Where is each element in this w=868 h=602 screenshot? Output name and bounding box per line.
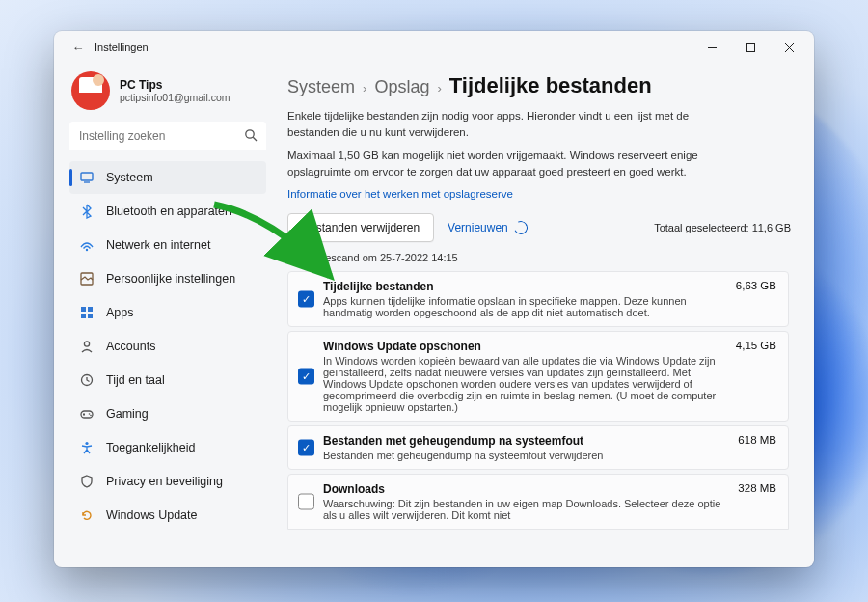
temp-file-item[interactable]: Downloads328 MBWaarschuwing: Dit zijn be… — [287, 474, 789, 530]
profile-block[interactable]: PC Tips pctipsinfo01@gmail.com — [69, 68, 266, 120]
breadcrumb-current: Tijdelijke bestanden — [449, 73, 652, 98]
sidebar-item-apps[interactable]: Apps — [69, 296, 266, 329]
item-description: In Windows worden kopieën bewaard van al… — [323, 355, 724, 413]
item-description: Apps kunnen tijdelijke informatie opslaa… — [323, 295, 724, 318]
item-title: Tijdelijke bestanden — [323, 280, 724, 293]
last-scanned: Laatst gescand om 25-7-2022 14:15 — [287, 252, 791, 263]
svg-point-4 — [246, 130, 254, 138]
item-size: 328 MB — [738, 482, 776, 494]
search-input[interactable] — [69, 122, 266, 150]
sidebar-item-label: Toegankelijkheid — [106, 441, 195, 454]
item-size: 6,63 GB — [736, 280, 776, 291]
sidebar-item-bluetooth[interactable]: Bluetooth en apparaten — [69, 195, 266, 228]
sidebar-item-update[interactable]: Windows Update — [69, 499, 266, 532]
sidebar-item-label: Tijd en taal — [106, 373, 165, 387]
time-icon — [79, 372, 95, 388]
svg-rect-16 — [81, 411, 93, 418]
sidebar-item-label: Apps — [106, 306, 134, 319]
item-title: Windows Update opschonen — [323, 340, 724, 353]
sidebar-item-label: Windows Update — [106, 508, 198, 522]
svg-rect-11 — [88, 307, 93, 312]
nav-list: SysteemBluetooth en apparatenNetwerk en … — [69, 160, 266, 560]
temp-files-list: ✓Tijdelijke bestanden6,63 GBApps kunnen … — [287, 271, 791, 567]
settings-window: ← Instellingen PC Tips pctipsinfo01@gmai… — [54, 31, 814, 567]
bluetooth-icon — [79, 204, 95, 219]
action-row: Bestanden verwijderen Vernieuwen Totaal … — [287, 213, 791, 242]
checkbox[interactable]: ✓ — [298, 290, 314, 307]
temp-file-item[interactable]: ✓Bestanden met geheugendump na systeemfo… — [287, 425, 789, 470]
access-icon — [79, 440, 95, 455]
svg-point-8 — [86, 249, 88, 251]
back-button[interactable]: ← — [68, 41, 89, 55]
privacy-icon — [79, 474, 95, 489]
sidebar: PC Tips pctipsinfo01@gmail.com SysteemBl… — [54, 64, 274, 567]
sidebar-item-access[interactable]: Toegankelijkheid — [69, 431, 266, 464]
svg-point-20 — [90, 415, 92, 417]
svg-point-14 — [84, 342, 89, 346]
maximize-button[interactable] — [731, 34, 770, 61]
refresh-label: Vernieuwen — [448, 221, 508, 234]
breadcrumb-system[interactable]: Systeem — [287, 77, 355, 97]
sidebar-item-label: Systeem — [106, 171, 153, 184]
titlebar: ← Instellingen — [54, 31, 814, 64]
gaming-icon — [79, 406, 95, 422]
sidebar-item-label: Bluetooth en apparaten — [106, 205, 231, 218]
profile-name: PC Tips — [120, 78, 231, 92]
main-content: Systeem › Opslag › Tijdelijke bestanden … — [274, 64, 814, 567]
svg-point-21 — [85, 442, 88, 445]
personal-icon — [79, 271, 95, 287]
temp-file-item[interactable]: ✓Windows Update opschonen4,15 GBIn Windo… — [287, 331, 789, 422]
refresh-button[interactable]: Vernieuwen — [448, 221, 528, 234]
window-title: Instellingen — [95, 41, 149, 53]
svg-rect-10 — [81, 307, 86, 312]
breadcrumb: Systeem › Opslag › Tijdelijke bestanden — [287, 73, 791, 98]
item-title: Downloads — [323, 482, 724, 496]
system-icon — [79, 170, 95, 185]
delete-files-button[interactable]: Bestanden verwijderen — [287, 213, 434, 242]
svg-rect-6 — [81, 173, 93, 180]
intro-text-1: Enkele tijdelijke bestanden zijn nodig v… — [287, 108, 741, 140]
sidebar-item-privacy[interactable]: Privacy en beveiliging — [69, 465, 266, 498]
checkbox[interactable]: ✓ — [298, 368, 314, 384]
desktop-wallpaper: ← Instellingen PC Tips pctipsinfo01@gmai… — [0, 0, 868, 602]
checkbox[interactable] — [298, 493, 314, 509]
chevron-right-icon: › — [363, 81, 366, 96]
sidebar-item-label: Netwerk en internet — [106, 238, 210, 252]
minimize-button[interactable] — [692, 34, 731, 61]
svg-rect-13 — [88, 314, 93, 318]
svg-rect-1 — [746, 43, 754, 51]
sidebar-item-label: Privacy en beveiliging — [106, 475, 223, 488]
sidebar-item-gaming[interactable]: Gaming — [69, 397, 266, 430]
accounts-icon — [79, 339, 95, 354]
list-fade — [287, 550, 791, 567]
svg-line-5 — [253, 137, 257, 141]
sidebar-item-system[interactable]: Systeem — [69, 161, 266, 194]
close-button[interactable] — [770, 34, 808, 61]
refresh-icon — [512, 219, 529, 236]
sidebar-item-label: Accounts — [106, 340, 155, 353]
apps-icon — [79, 305, 95, 320]
intro-text-2: Maximaal 1,50 GB kan mogelijk niet worde… — [287, 148, 741, 179]
item-size: 4,15 GB — [736, 340, 776, 351]
chevron-right-icon: › — [437, 81, 441, 96]
search-icon — [244, 128, 258, 147]
profile-email: pctipsinfo01@gmail.com — [120, 92, 231, 103]
item-description: Bestanden met geheugendump na systeemfou… — [323, 450, 724, 461]
search-box — [69, 122, 266, 150]
sidebar-item-time[interactable]: Tijd en taal — [69, 364, 266, 397]
total-selected: Totaal geselecteerd: 11,6 GB — [654, 221, 791, 234]
item-size: 618 MB — [738, 434, 776, 446]
sidebar-item-label: Gaming — [106, 407, 149, 421]
checkbox[interactable]: ✓ — [298, 439, 314, 455]
item-title: Bestanden met geheugendump na systeemfou… — [323, 434, 724, 448]
temp-file-item[interactable]: ✓Tijdelijke bestanden6,63 GBApps kunnen … — [287, 271, 789, 327]
breadcrumb-storage[interactable]: Opslag — [374, 77, 429, 97]
network-icon — [79, 237, 95, 253]
item-description: Waarschuwing: Dit zijn bestanden in uw e… — [323, 498, 724, 521]
sidebar-item-accounts[interactable]: Accounts — [69, 330, 266, 363]
reserve-info-link[interactable]: Informatie over het werken met opslagres… — [287, 188, 791, 200]
sidebar-item-network[interactable]: Netwerk en internet — [69, 229, 266, 261]
sidebar-item-label: Persoonlijke instellingen — [106, 272, 235, 286]
sidebar-item-personal[interactable]: Persoonlijke instellingen — [69, 262, 266, 295]
svg-point-19 — [89, 413, 91, 415]
